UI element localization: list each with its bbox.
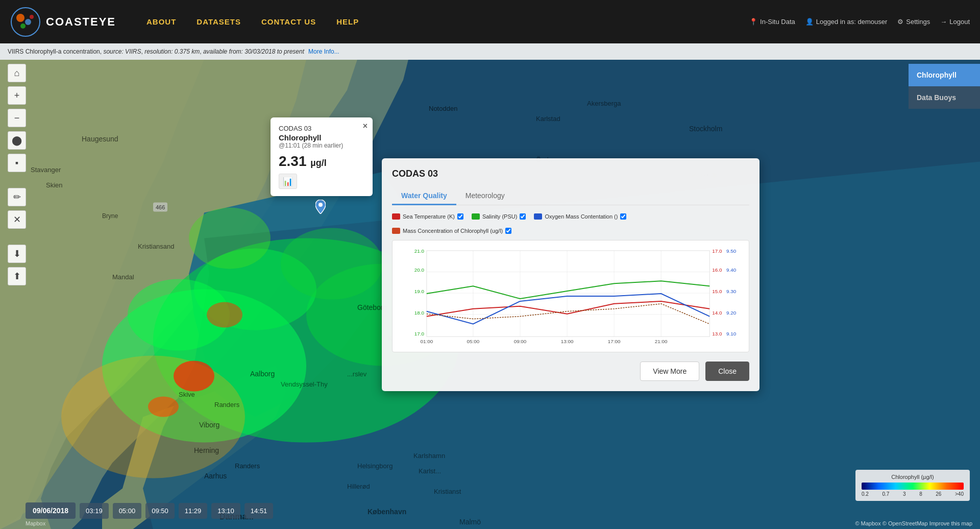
data-panel-footer: View More Close [392,362,749,381]
logo-icon [10,7,41,37]
close-button[interactable]: Close [705,362,749,381]
svg-text:Karlshamn: Karlshamn [413,452,445,460]
tab-meteorology[interactable]: Meteorology [456,187,514,205]
logout-link[interactable]: → Logout [940,18,970,26]
colorbar: Chlorophyll (µg/l) 0.2 0.7 3 8 26 >40 [855,470,970,501]
svg-text:Vendsyssel-Thy: Vendsyssel-Thy [281,380,328,388]
logout-icon: → [940,18,947,26]
edit-button[interactable]: ✏ [8,188,26,206]
left-toolbar: ⌂ + − ⬤ ▪ ✏ ✕ ⬇ ⬆ [8,64,26,285]
svg-text:Viborg: Viborg [199,421,219,429]
chlorophyll-checkbox[interactable] [505,228,511,234]
svg-text:Karlst...: Karlst... [419,467,441,475]
popup-title: CODAS 03 [279,125,364,132]
svg-text:Kristiansand: Kristiansand [138,243,175,250]
svg-point-9 [61,356,245,478]
chlorophyll-button[interactable]: Chlorophyll [909,64,980,86]
svg-rect-56 [427,251,709,336]
circle-icon: ⬤ [12,135,22,146]
svg-text:18.0: 18.0 [414,310,425,316]
delete-button[interactable]: ✕ [8,210,26,229]
settings-link[interactable]: ⚙ Settings [897,18,930,26]
home-button[interactable]: ⌂ [8,64,26,82]
logo-area: COASTEYE [10,7,116,37]
zoom-in-icon: + [14,90,20,101]
colorbar-labels: 0.2 0.7 3 8 26 >40 [862,491,964,497]
svg-text:Aarhus: Aarhus [204,472,227,480]
time-btn-1[interactable]: 05:00 [113,503,142,519]
svg-text:9.10: 9.10 [726,331,737,336]
svg-text:Haugesund: Haugesund [82,135,118,143]
data-panel-tabs: Water Quality Meteorology [392,187,749,205]
svg-text:13:00: 13:00 [561,339,574,344]
location-marker [315,200,326,212]
top-navigation: COASTEYE ABOUT DATASETS CONTACT US HELP … [0,0,980,43]
info-bar: VIIRS Chlorophyll-a concentration, sourc… [0,43,980,60]
datetime-bar: 09/06/2018 03:19 05:00 09:50 11:29 13:10… [26,502,273,519]
popup-chart-button[interactable]: 📊 [279,174,297,189]
svg-text:17:00: 17:00 [608,339,621,344]
oxygen-color [534,213,542,220]
popup-close-button[interactable]: × [363,122,368,131]
chlorophyll-color [392,228,400,234]
legend-oxygen: Oxygen Mass Contentation () [534,213,626,220]
svg-point-4 [30,15,34,19]
svg-text:Helsingborg: Helsingborg [357,462,393,470]
nav-datasets[interactable]: DATASETS [197,17,241,26]
in-situ-data-link[interactable]: 📍 In-Situ Data [749,18,795,26]
sea-temperature-checkbox[interactable] [457,213,463,220]
chart-legend: Sea Temperature (K) Salinity (PSU) Oxyge… [392,213,749,234]
data-panel-title: CODAS 03 [392,169,749,179]
svg-text:05:00: 05:00 [467,339,480,344]
upload-button[interactable]: ⬆ [8,267,26,285]
salinity-color [472,213,480,220]
sea-temperature-color [392,213,400,220]
svg-text:16.0: 16.0 [712,267,722,273]
mapbox-credit: Mapbox [26,520,45,526]
square-icon: ▪ [15,158,18,169]
draw-circle-button[interactable]: ⬤ [8,131,26,150]
svg-text:9.20: 9.20 [726,310,737,316]
svg-text:13.0: 13.0 [712,331,722,336]
nav-help[interactable]: HELP [336,17,359,26]
svg-text:Notodden: Notodden [429,105,457,112]
svg-point-1 [16,14,24,22]
nav-about[interactable]: ABOUT [146,17,176,26]
time-btn-5[interactable]: 14:51 [244,503,274,519]
svg-text:17.0: 17.0 [414,331,425,336]
svg-text:17.0: 17.0 [712,248,722,254]
download-icon: ⬇ [13,248,21,259]
map-container[interactable]: VIIRS Chlorophyll-a concentration, sourc… [0,43,980,529]
time-btn-0[interactable]: 03:19 [80,503,109,519]
svg-text:9.50: 9.50 [726,248,737,254]
svg-text:Hillerød: Hillerød [347,483,370,490]
nav-contact[interactable]: CONTACT US [261,17,316,26]
download-button[interactable]: ⬇ [8,245,26,263]
legend-salinity: Salinity (PSU) [472,213,526,220]
draw-square-button[interactable]: ▪ [8,154,26,172]
zoom-out-button[interactable]: − [8,109,26,127]
data-panel: CODAS 03 Water Quality Meteorology Sea T… [382,158,760,391]
svg-text:Mandal: Mandal [112,273,134,281]
oxygen-checkbox[interactable] [620,213,626,220]
tab-water-quality[interactable]: Water Quality [392,187,456,205]
zoom-out-icon: − [14,113,20,124]
salinity-checkbox[interactable] [520,213,526,220]
zoom-in-button[interactable]: + [8,86,26,105]
time-btn-2[interactable]: 09:50 [145,503,175,519]
salinity-label: Salinity (PSU) [482,213,517,220]
svg-text:9.30: 9.30 [726,288,737,294]
chart-area: 21.0 20.0 19.0 18.0 17.0 17.0 16.0 15.0 … [392,240,749,352]
time-btn-3[interactable]: 11:29 [179,503,208,519]
svg-text:Stavanger: Stavanger [31,166,61,174]
more-info-link[interactable]: More Info... [308,48,339,55]
data-buoys-button[interactable]: Data Buoys [909,86,980,109]
colorbar-title: Chlorophyll (µg/l) [862,474,964,480]
svg-text:Malmö: Malmö [459,518,481,526]
right-panel-buttons: Chlorophyll Data Buoys [909,64,980,109]
chart-icon: 📊 [283,177,293,186]
time-btn-4[interactable]: 13:10 [211,503,240,519]
svg-text:Bryne: Bryne [102,212,118,220]
view-more-button[interactable]: View More [640,362,699,381]
svg-text:09:00: 09:00 [514,339,527,344]
